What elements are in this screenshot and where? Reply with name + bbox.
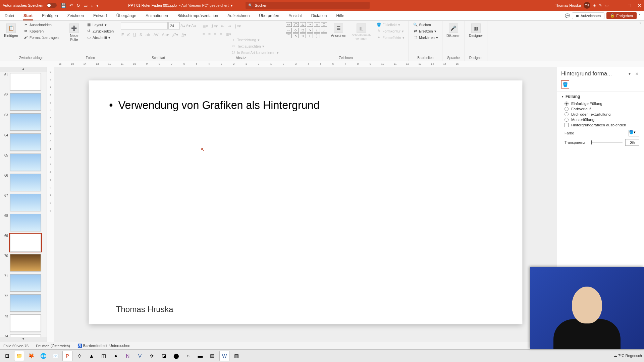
slide-canvas[interactable]: Verwendung von Grafiken als Hintergrund … <box>54 67 557 342</box>
indent-out-icon[interactable]: ⇤ <box>220 23 225 29</box>
thumbnail-slide-61[interactable]: 61 <box>2 73 45 90</box>
thumbnail-slide-68[interactable]: 68 <box>2 214 45 231</box>
chrome-icon[interactable]: 🌐 <box>38 351 48 361</box>
tab-hilfe[interactable]: Hilfe <box>331 11 349 20</box>
thumbnail-slide-67[interactable]: 67 <box>2 194 45 211</box>
slide-author-text[interactable]: Thomas Hruska <box>116 305 173 314</box>
align-left-icon[interactable]: ≡ <box>202 32 206 37</box>
radio-solid-fill[interactable]: Einfarbige Füllung <box>565 102 639 106</box>
thumbnail-slide-63[interactable]: 63 <box>2 113 45 131</box>
numbering-icon[interactable]: 1≡▾ <box>211 23 219 29</box>
clear-format-icon[interactable]: Aa <box>191 23 196 28</box>
columns-icon[interactable]: ▥▾ <box>225 32 232 37</box>
language-status[interactable]: Deutsch (Österreich) <box>36 344 70 348</box>
font-size-input[interactable] <box>168 22 180 29</box>
fill-section-header[interactable]: Füllung <box>562 94 639 99</box>
layout-button[interactable]: ▦Layout ▾ <box>85 22 115 27</box>
tab-entwurf[interactable]: Entwurf <box>89 11 112 20</box>
thumbnail-slide-64[interactable]: 64 <box>2 133 45 151</box>
find-button[interactable]: 🔍Suchen <box>412 22 439 27</box>
italic-icon[interactable]: K <box>126 32 130 38</box>
app-icon-7[interactable]: ▤ <box>207 351 217 361</box>
word-icon[interactable]: W <box>219 351 229 361</box>
app-icon-8[interactable]: ▥ <box>231 351 241 361</box>
panel-close-icon[interactable]: ✕ <box>634 71 640 76</box>
ribbon-mode-icon[interactable]: ▭ <box>605 3 608 8</box>
align-justify-icon[interactable]: ≡ <box>219 32 223 37</box>
reset-button[interactable]: ↺Zurücksetzen <box>85 28 115 34</box>
qat-dropdown-icon[interactable]: ▾ <box>96 3 99 8</box>
fill-button[interactable]: 🪣Fülleffekt ▾ <box>375 22 406 27</box>
system-tray[interactable]: ☁ 7°C Regensch <box>613 354 642 358</box>
tab-uebergaenge[interactable]: Übergänge <box>112 11 141 20</box>
thumbnail-slide-74[interactable]: 74 <box>2 335 45 337</box>
indent-in-icon[interactable]: ⇥ <box>227 23 232 29</box>
tab-start[interactable]: Start <box>19 11 37 20</box>
touch-mode-icon[interactable]: ↕ <box>91 3 93 8</box>
bullets-icon[interactable]: ≣▾ <box>202 23 209 29</box>
collapse-ribbon-icon[interactable]: ˅ <box>639 13 641 18</box>
format-painter-button[interactable]: 🖌Format übertragen <box>22 35 60 40</box>
app-icon-5[interactable]: ○ <box>183 351 193 361</box>
weather-widget[interactable]: ☁ 7°C Regensch <box>613 354 642 358</box>
vlc-icon[interactable]: ▲ <box>87 351 97 361</box>
autosave-toggle[interactable]: Automatisches Speichern <box>3 3 57 8</box>
redo-icon[interactable]: ↻ <box>76 3 80 8</box>
case-icon[interactable]: Aa▾ <box>161 32 170 38</box>
tab-aufzeichnen[interactable]: Aufzeichnen <box>223 11 254 20</box>
thumbnail-slide-72[interactable]: 72 <box>2 294 45 312</box>
user-account[interactable]: Thomas Hruska TH <box>555 2 590 9</box>
strike-icon[interactable]: S̶ <box>139 32 143 38</box>
outlook-icon[interactable]: 📧 <box>50 351 60 361</box>
save-icon[interactable]: 💾 <box>61 3 66 8</box>
tab-dictation[interactable]: Dictation <box>307 11 332 20</box>
section-button[interactable]: ▭Abschnitt ▾ <box>85 35 115 40</box>
new-slide-button[interactable]: ➕Neue Folie <box>66 22 83 43</box>
cut-button[interactable]: ✂Ausschneiden <box>22 22 60 27</box>
select-button[interactable]: ⬚Markieren ▾ <box>412 35 439 40</box>
tab-animationen[interactable]: Animationen <box>141 11 173 20</box>
smartart-button[interactable]: ⬡In SmartArt konvertieren ▾ <box>230 50 280 55</box>
app-icon-3[interactable]: ● <box>111 351 121 361</box>
explorer-icon[interactable]: 📁 <box>14 351 24 361</box>
shapes-gallery[interactable]: ▭◯△→☆⬡ ▱◇⬠↘{} ⌒∿↝()⋯ <box>286 22 327 38</box>
coming-soon-icon[interactable]: ◈ <box>593 3 596 8</box>
transparency-slider[interactable] <box>591 142 623 143</box>
text-align-button[interactable]: ▭Text ausrichten ▾ <box>230 44 280 49</box>
slide-counter[interactable]: Folie 69 von 76 <box>3 344 29 348</box>
close-icon[interactable]: ✕ <box>638 3 641 8</box>
slideshow-icon[interactable]: ▭ <box>84 3 88 8</box>
thumbnail-slide-69[interactable]: 69 <box>2 234 45 251</box>
app-icon-2[interactable]: ◫ <box>99 351 109 361</box>
underline-icon[interactable]: U <box>132 32 137 38</box>
tab-ueberpruefen[interactable]: Überprüfen <box>254 11 284 20</box>
visio-icon[interactable]: V <box>135 351 145 361</box>
slide-bullet-text[interactable]: Verwendung von Grafiken als Hintergrund <box>109 99 320 112</box>
radio-gradient-fill[interactable]: Farbverlauf <box>565 107 639 111</box>
app-icon-1[interactable]: ◊ <box>74 351 85 361</box>
ink-icon[interactable]: ✎ <box>599 3 602 8</box>
effects-button[interactable]: ✦Formeffekte ▾ <box>375 35 406 40</box>
thumbnail-slide-65[interactable]: 65 <box>2 154 45 171</box>
transparency-value[interactable]: 0% <box>625 139 639 146</box>
font-color-icon[interactable]: A▾ <box>181 32 187 38</box>
powerpoint-icon[interactable]: P <box>62 351 72 361</box>
linespacing-icon[interactable]: ‖≡▾ <box>234 23 241 29</box>
thumbnail-slide-62[interactable]: 62 <box>2 93 45 111</box>
thumbnail-slide-70[interactable]: 70 <box>2 254 45 272</box>
check-hide-bg-graphics[interactable]: Hintergrundgrafiken ausblenden <box>565 123 639 127</box>
align-center-icon[interactable]: ≡ <box>208 32 211 37</box>
search-box[interactable]: 🔍 Suchen <box>246 2 370 9</box>
color-picker-button[interactable]: 🪣▾ <box>629 130 639 136</box>
minimize-icon[interactable]: — <box>617 3 622 8</box>
highlight-icon[interactable]: 🖍▾ <box>171 32 179 38</box>
firefox-icon[interactable]: 🦊 <box>26 351 36 361</box>
start-button[interactable]: ⊞ <box>2 351 12 361</box>
app-icon-4[interactable]: ◪ <box>159 351 169 361</box>
fill-tab-icon[interactable]: 🪣 <box>561 80 569 88</box>
accessibility-status[interactable]: ♿ Barrierefreiheit: Untersuchen <box>77 344 130 348</box>
tab-einfuegen[interactable]: Einfügen <box>37 11 62 20</box>
panel-options-icon[interactable]: ▾ <box>627 71 632 76</box>
thumbnail-slide-71[interactable]: 71 <box>2 274 45 292</box>
decrease-font-icon[interactable]: A▾ <box>186 23 191 28</box>
